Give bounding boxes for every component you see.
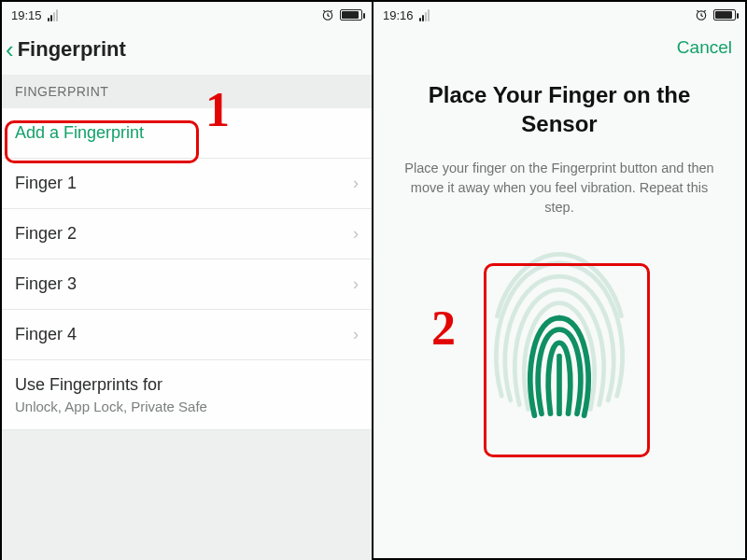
finger-2-label: Finger 2: [15, 224, 77, 244]
finger-2-row[interactable]: Finger 2 ›: [2, 209, 372, 259]
add-fingerprint-label: Add a Fingerprint: [15, 123, 144, 143]
alarm-icon: [321, 8, 334, 21]
alarm-icon: [695, 8, 708, 21]
chevron-right-icon: ›: [353, 224, 359, 244]
add-fingerprint-row[interactable]: Add a Fingerprint: [2, 108, 372, 159]
finger-3-label: Finger 3: [15, 274, 77, 294]
fingerprint-list: Add a Fingerprint Finger 1 › Finger 2 › …: [2, 108, 372, 430]
use-fingerprints-for-row[interactable]: Use Fingerprints for Unlock, App Lock, P…: [2, 360, 372, 430]
screen-fingerprint-settings: 19:15 ‹ Fingerprint FINGERPRINT Add a Fi…: [2, 2, 374, 558]
chevron-right-icon: ›: [353, 325, 359, 344]
finger-4-label: Finger 4: [15, 325, 77, 344]
enroll-title: Place Your Finger on the Sensor: [374, 63, 745, 151]
finger-3-row[interactable]: Finger 3 ›: [2, 259, 372, 310]
fingerprint-icon: [471, 227, 648, 432]
battery-icon: [713, 9, 736, 21]
section-header-fingerprint: FINGERPRINT: [2, 75, 372, 108]
status-bar: 19:16: [374, 2, 745, 28]
finger-1-row[interactable]: Finger 1 ›: [2, 159, 372, 209]
status-bar: 19:15: [2, 2, 372, 28]
empty-space: [2, 430, 372, 560]
cancel-button[interactable]: Cancel: [677, 37, 732, 58]
chevron-right-icon: ›: [353, 174, 359, 193]
signal-icon: [48, 9, 58, 21]
signal-icon: [419, 9, 430, 21]
tutorial-two-pane: 19:15 ‹ Fingerprint FINGERPRINT Add a Fi…: [0, 0, 747, 560]
screen-enroll-fingerprint: 19:16 Cancel Place Your Finger on the Se…: [374, 2, 745, 558]
enroll-subtitle: Place your finger on the Fingerprint but…: [374, 151, 745, 217]
back-button[interactable]: ‹: [6, 37, 14, 62]
battery-icon: [340, 9, 362, 21]
status-time: 19:15: [11, 8, 42, 22]
status-time: 19:16: [383, 8, 414, 22]
use-fingerprints-for-label: Use Fingerprints for: [15, 375, 359, 395]
page-title: Fingerprint: [18, 37, 126, 62]
chevron-right-icon: ›: [353, 274, 359, 294]
finger-4-row[interactable]: Finger 4 ›: [2, 310, 372, 360]
use-fingerprints-for-subtitle: Unlock, App Lock, Private Safe: [15, 399, 359, 414]
header: ‹ Fingerprint: [2, 28, 372, 75]
finger-1-label: Finger 1: [15, 174, 77, 193]
